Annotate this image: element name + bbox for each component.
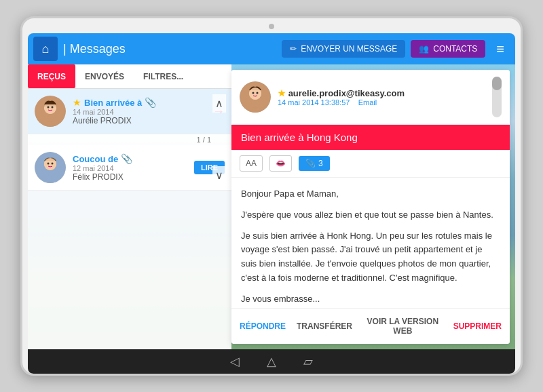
- message-subject: Bien arrivée à: [84, 98, 142, 108]
- tab-received[interactable]: REÇUS: [28, 64, 75, 88]
- hamburger-icon: ≡: [496, 41, 504, 56]
- svg-point-12: [249, 87, 261, 100]
- svg-point-8: [48, 163, 50, 165]
- recents-icon: ▱: [303, 355, 313, 368]
- tab-sent[interactable]: ENVOYÉS: [75, 64, 134, 88]
- message-list: ★ Bien arrivée à 📎 14 mai 2014 Aurélie P…: [28, 89, 231, 349]
- app-header: ⌂ | Messages ✏ ENVOYER UN MESSAGE 👥 CONT…: [28, 33, 515, 64]
- svg-point-9: [52, 163, 54, 165]
- contacts-button[interactable]: 👥 CONTACTS: [411, 40, 485, 58]
- email-paragraph-3: Je vous embrasse...: [241, 292, 500, 307]
- camera-dot: [269, 24, 274, 29]
- email-body: Bonjour Papa et Maman, J'espère que vous…: [231, 178, 510, 308]
- home-icon: ⌂: [42, 42, 50, 56]
- email-detail-panel: ★ aurelie.prodix@tikeasy.com 14 mai 2014…: [231, 70, 510, 344]
- paperclip-icon: 📎: [121, 153, 132, 164]
- email-toolbar: AA 👄 📎 3: [231, 150, 510, 178]
- svg-point-14: [257, 92, 259, 94]
- paperclip-icon: 📎: [145, 97, 156, 108]
- emoji-button[interactable]: 👄: [269, 155, 292, 172]
- delete-button[interactable]: SUPPRIMER: [453, 314, 502, 338]
- bottom-nav: ◁ △ ▱: [28, 349, 515, 374]
- forward-button[interactable]: TRANSFÉRER: [297, 314, 352, 338]
- avatar: [35, 152, 66, 183]
- recents-button[interactable]: ▱: [303, 354, 313, 369]
- svg-point-3: [48, 106, 50, 109]
- contacts-icon: 👥: [419, 44, 429, 54]
- email-paragraph-2: Je suis bien arrivée à Honk Hong. Un peu…: [241, 229, 500, 286]
- paperclip-icon: 📎: [305, 159, 316, 168]
- email-actions: RÉPONDRE TRANSFÉRER VOIR LA VERSION WEB …: [231, 308, 510, 344]
- menu-button[interactable]: ≡: [491, 39, 510, 60]
- home-button[interactable]: ⌂: [33, 37, 58, 61]
- email-subject-bar: Bien arrivée à Hong Kong: [231, 125, 510, 150]
- web-version-button[interactable]: VOIR LA VERSION WEB: [363, 314, 443, 338]
- send-message-button[interactable]: ✏ ENVOYER UN MESSAGE: [282, 40, 405, 58]
- email-paragraph-1: J'espère que vous allez bien et que tout…: [241, 208, 500, 222]
- sender-avatar: [240, 81, 271, 113]
- message-from: Aurélie PRODIX: [73, 116, 206, 125]
- back-icon: ◁: [230, 355, 240, 368]
- tab-filters[interactable]: FILTRES...: [134, 64, 193, 88]
- message-item[interactable]: Coucou de 📎 12 mai 2014 Félix PRODIX LIR…: [28, 145, 231, 191]
- lips-icon: 👄: [276, 159, 286, 168]
- svg-point-13: [252, 92, 255, 94]
- chevron-down-button[interactable]: ∨: [212, 166, 226, 184]
- left-panel: REÇUS ENVOYÉS FILTRES...: [28, 64, 231, 349]
- pencil-icon: ✏: [290, 44, 297, 54]
- message-subject: Coucou de: [73, 154, 118, 164]
- message-info: ★ Bien arrivée à 📎 14 mai 2014 Aurélie P…: [73, 97, 206, 125]
- reply-button[interactable]: RÉPONDRE: [240, 314, 286, 338]
- message-date: 12 mai 2014: [73, 164, 187, 172]
- message-date: 14 mai 2014: [73, 108, 206, 116]
- pagination: 1 / 1: [28, 134, 231, 145]
- email-from: ★ aurelie.prodix@tikeasy.com: [278, 88, 485, 98]
- email-subject: Bien arrivée à Hong Kong: [241, 132, 500, 143]
- message-from: Félix PRODIX: [73, 172, 187, 182]
- email-greeting: Bonjour Papa et Maman,: [241, 187, 500, 201]
- attachment-button[interactable]: 📎 3: [299, 156, 330, 171]
- message-item[interactable]: ★ Bien arrivée à 📎 14 mai 2014 Aurélie P…: [28, 89, 231, 134]
- message-info: Coucou de 📎 12 mai 2014 Félix PRODIX: [73, 153, 187, 182]
- svg-point-7: [44, 158, 56, 170]
- email-date: 14 mai 2014 13:38:57 Email: [278, 98, 485, 106]
- main-content: REÇUS ENVOYÉS FILTRES...: [28, 64, 515, 349]
- home-nav-icon: △: [267, 355, 276, 368]
- scroll-thumb: [492, 77, 502, 90]
- tabs-row: REÇUS ENVOYÉS FILTRES...: [28, 64, 231, 89]
- back-button[interactable]: ◁: [230, 354, 240, 369]
- scroll-indicator: [492, 77, 502, 117]
- svg-point-4: [52, 106, 54, 109]
- home-nav-button[interactable]: △: [267, 354, 276, 369]
- font-button[interactable]: AA: [240, 155, 263, 172]
- chevron-up-button[interactable]: ∧: [212, 94, 226, 113]
- star-icon: ★: [278, 88, 288, 98]
- email-sender-info: ★ aurelie.prodix@tikeasy.com 14 mai 2014…: [278, 88, 485, 106]
- email-header: ★ aurelie.prodix@tikeasy.com 14 mai 2014…: [231, 70, 510, 125]
- star-icon: ★: [73, 97, 81, 108]
- app-title: | Messages: [63, 42, 276, 56]
- avatar: [35, 96, 66, 127]
